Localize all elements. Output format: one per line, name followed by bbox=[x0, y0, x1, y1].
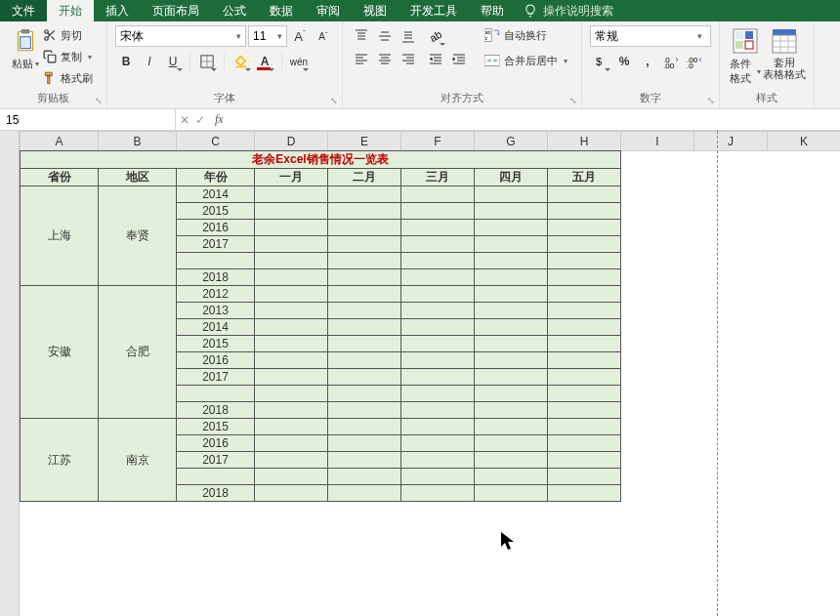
cell[interactable] bbox=[328, 236, 401, 253]
cell[interactable] bbox=[475, 386, 548, 402]
tab-formulas[interactable]: 公式 bbox=[211, 0, 258, 21]
col-header[interactable]: B bbox=[99, 132, 177, 151]
cell[interactable]: 五月 bbox=[548, 169, 621, 186]
cell[interactable] bbox=[548, 269, 621, 286]
cell[interactable]: 2012 bbox=[177, 286, 255, 303]
worksheet[interactable]: ABCDEFGHIJK 老余Excel销售情况一览表省份地区年份一月二月三月四月… bbox=[0, 131, 840, 616]
cell[interactable] bbox=[328, 269, 401, 286]
cell[interactable] bbox=[255, 269, 328, 286]
cell[interactable] bbox=[177, 469, 255, 485]
cell[interactable]: 南京 bbox=[99, 419, 177, 502]
cell[interactable]: 江苏 bbox=[21, 419, 99, 502]
cell[interactable] bbox=[475, 220, 548, 236]
cell[interactable] bbox=[328, 286, 401, 303]
cell[interactable] bbox=[401, 485, 475, 502]
cell[interactable] bbox=[401, 269, 475, 286]
tab-review[interactable]: 审阅 bbox=[305, 0, 352, 21]
cell[interactable] bbox=[328, 186, 401, 203]
cell[interactable] bbox=[401, 452, 475, 469]
cell[interactable]: 二月 bbox=[328, 169, 401, 186]
decrease-indent-button[interactable] bbox=[425, 49, 446, 70]
cell[interactable] bbox=[255, 402, 328, 419]
cell[interactable]: 2015 bbox=[177, 419, 255, 435]
col-header[interactable]: J bbox=[694, 132, 768, 151]
cell[interactable] bbox=[548, 469, 621, 485]
align-middle-button[interactable] bbox=[374, 25, 396, 47]
cell[interactable] bbox=[255, 435, 328, 452]
cell[interactable] bbox=[401, 236, 475, 253]
cell[interactable] bbox=[401, 220, 475, 236]
tab-layout[interactable]: 页面布局 bbox=[141, 0, 211, 21]
cell[interactable]: 一月 bbox=[255, 169, 328, 186]
orientation-button[interactable]: ab bbox=[425, 25, 446, 47]
cell[interactable] bbox=[328, 452, 401, 469]
cell[interactable] bbox=[328, 386, 401, 402]
cell[interactable] bbox=[401, 419, 475, 435]
font-name-combo[interactable]: ▾ bbox=[115, 25, 246, 47]
cell[interactable] bbox=[255, 485, 328, 502]
cell[interactable] bbox=[548, 402, 621, 419]
cell[interactable] bbox=[548, 386, 621, 402]
cell[interactable] bbox=[328, 485, 401, 502]
font-size-combo[interactable]: ▾ bbox=[248, 25, 287, 47]
tab-home[interactable]: 开始 bbox=[47, 0, 94, 21]
cell[interactable] bbox=[548, 203, 621, 220]
cell[interactable] bbox=[401, 386, 475, 402]
cell[interactable]: 2018 bbox=[177, 485, 255, 502]
cell[interactable] bbox=[255, 186, 328, 203]
col-header[interactable]: H bbox=[548, 132, 621, 151]
tab-view[interactable]: 视图 bbox=[352, 0, 399, 21]
italic-button[interactable]: I bbox=[139, 51, 160, 72]
col-header[interactable]: G bbox=[475, 132, 548, 151]
cell[interactable]: 2014 bbox=[177, 186, 255, 203]
cell[interactable] bbox=[475, 203, 548, 220]
cell[interactable]: 2013 bbox=[177, 303, 255, 319]
cell[interactable] bbox=[401, 319, 475, 336]
cell[interactable]: 2017 bbox=[177, 236, 255, 253]
cell[interactable] bbox=[548, 452, 621, 469]
copy-button[interactable]: 复制▾ bbox=[43, 47, 93, 66]
cancel-formula-icon[interactable]: ✕ bbox=[180, 113, 189, 127]
cell[interactable] bbox=[328, 435, 401, 452]
cell[interactable] bbox=[475, 419, 548, 435]
cut-button[interactable]: 剪切 bbox=[43, 25, 93, 45]
col-header[interactable]: E bbox=[328, 132, 401, 151]
clipboard-launcher-icon[interactable]: ⤡ bbox=[93, 95, 105, 106]
cell[interactable] bbox=[548, 303, 621, 319]
cell[interactable] bbox=[548, 286, 621, 303]
name-box[interactable] bbox=[0, 109, 176, 130]
cell[interactable] bbox=[475, 452, 548, 469]
fx-icon[interactable]: fx bbox=[211, 112, 228, 127]
cell[interactable] bbox=[401, 402, 475, 419]
data-table[interactable]: 老余Excel销售情况一览表省份地区年份一月二月三月四月五月上海奉贤201420… bbox=[20, 150, 621, 502]
underline-button[interactable]: U bbox=[162, 51, 184, 72]
cell[interactable] bbox=[475, 253, 548, 269]
cell[interactable] bbox=[255, 253, 328, 269]
align-center-button[interactable] bbox=[374, 49, 396, 70]
cell[interactable] bbox=[255, 336, 328, 352]
font-color-button[interactable]: A bbox=[254, 51, 275, 72]
cell[interactable] bbox=[401, 435, 475, 452]
cell[interactable]: 2018 bbox=[177, 269, 255, 286]
cell[interactable]: 2016 bbox=[177, 435, 255, 452]
cell[interactable] bbox=[255, 352, 328, 369]
cell[interactable] bbox=[255, 236, 328, 253]
cell[interactable] bbox=[475, 402, 548, 419]
cell[interactable]: 2017 bbox=[177, 452, 255, 469]
tab-dev[interactable]: 开发工具 bbox=[399, 0, 469, 21]
cell[interactable] bbox=[328, 203, 401, 220]
bold-button[interactable]: B bbox=[115, 51, 137, 72]
borders-button[interactable] bbox=[196, 51, 218, 72]
cell[interactable]: 2018 bbox=[177, 402, 255, 419]
cell[interactable] bbox=[328, 319, 401, 336]
col-header[interactable]: F bbox=[401, 132, 475, 151]
cell[interactable]: 上海 bbox=[21, 186, 99, 286]
formula-bar[interactable] bbox=[231, 109, 840, 130]
cell[interactable] bbox=[328, 369, 401, 386]
cell[interactable] bbox=[255, 203, 328, 220]
cell[interactable] bbox=[475, 485, 548, 502]
cell[interactable]: 安徽 bbox=[21, 286, 99, 419]
font-launcher-icon[interactable]: ⤡ bbox=[328, 95, 340, 106]
cell[interactable]: 年份 bbox=[177, 169, 255, 186]
col-header[interactable]: K bbox=[768, 132, 841, 151]
